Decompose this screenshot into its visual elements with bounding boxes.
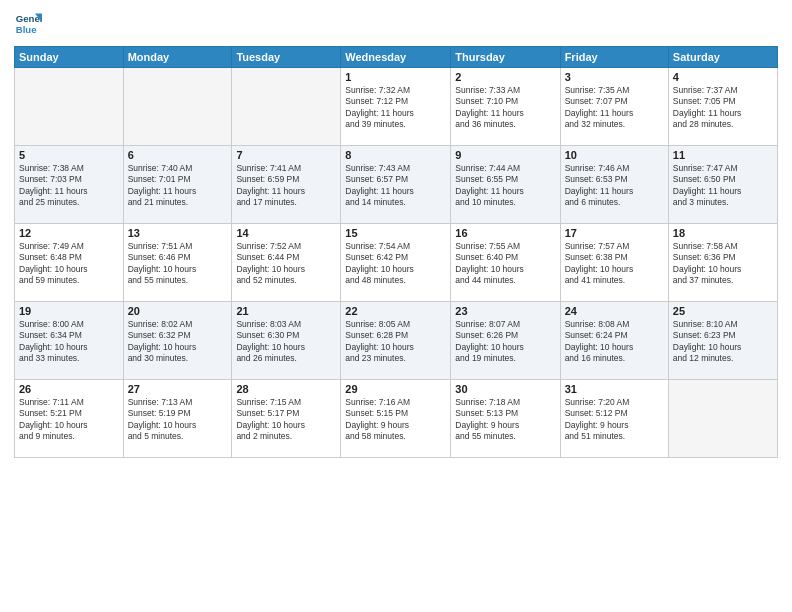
table-row: 3Sunrise: 7:35 AM Sunset: 7:07 PM Daylig… (560, 68, 668, 146)
table-row: 14Sunrise: 7:52 AM Sunset: 6:44 PM Dayli… (232, 224, 341, 302)
day-number: 12 (19, 227, 119, 239)
day-number: 2 (455, 71, 555, 83)
day-info: Sunrise: 7:49 AM Sunset: 6:48 PM Dayligh… (19, 241, 119, 287)
day-info: Sunrise: 7:43 AM Sunset: 6:57 PM Dayligh… (345, 163, 446, 209)
day-info: Sunrise: 7:18 AM Sunset: 5:13 PM Dayligh… (455, 397, 555, 443)
day-number: 17 (565, 227, 664, 239)
day-info: Sunrise: 8:03 AM Sunset: 6:30 PM Dayligh… (236, 319, 336, 365)
day-info: Sunrise: 8:10 AM Sunset: 6:23 PM Dayligh… (673, 319, 773, 365)
day-info: Sunrise: 7:41 AM Sunset: 6:59 PM Dayligh… (236, 163, 336, 209)
day-number: 5 (19, 149, 119, 161)
table-row: 28Sunrise: 7:15 AM Sunset: 5:17 PM Dayli… (232, 380, 341, 458)
table-row (232, 68, 341, 146)
day-number: 24 (565, 305, 664, 317)
day-number: 4 (673, 71, 773, 83)
day-number: 26 (19, 383, 119, 395)
header: General Blue (14, 10, 778, 38)
day-info: Sunrise: 7:58 AM Sunset: 6:36 PM Dayligh… (673, 241, 773, 287)
day-number: 16 (455, 227, 555, 239)
day-info: Sunrise: 8:00 AM Sunset: 6:34 PM Dayligh… (19, 319, 119, 365)
table-row: 19Sunrise: 8:00 AM Sunset: 6:34 PM Dayli… (15, 302, 124, 380)
table-row: 18Sunrise: 7:58 AM Sunset: 6:36 PM Dayli… (668, 224, 777, 302)
table-row: 29Sunrise: 7:16 AM Sunset: 5:15 PM Dayli… (341, 380, 451, 458)
day-number: 10 (565, 149, 664, 161)
day-info: Sunrise: 7:44 AM Sunset: 6:55 PM Dayligh… (455, 163, 555, 209)
day-number: 19 (19, 305, 119, 317)
day-info: Sunrise: 7:38 AM Sunset: 7:03 PM Dayligh… (19, 163, 119, 209)
day-number: 1 (345, 71, 446, 83)
col-header-sunday: Sunday (15, 47, 124, 68)
table-row (15, 68, 124, 146)
table-row: 4Sunrise: 7:37 AM Sunset: 7:05 PM Daylig… (668, 68, 777, 146)
day-info: Sunrise: 7:51 AM Sunset: 6:46 PM Dayligh… (128, 241, 228, 287)
day-info: Sunrise: 7:15 AM Sunset: 5:17 PM Dayligh… (236, 397, 336, 443)
table-row: 31Sunrise: 7:20 AM Sunset: 5:12 PM Dayli… (560, 380, 668, 458)
day-info: Sunrise: 8:07 AM Sunset: 6:26 PM Dayligh… (455, 319, 555, 365)
day-info: Sunrise: 7:40 AM Sunset: 7:01 PM Dayligh… (128, 163, 228, 209)
day-number: 22 (345, 305, 446, 317)
day-info: Sunrise: 7:47 AM Sunset: 6:50 PM Dayligh… (673, 163, 773, 209)
table-row: 20Sunrise: 8:02 AM Sunset: 6:32 PM Dayli… (123, 302, 232, 380)
col-header-thursday: Thursday (451, 47, 560, 68)
day-number: 11 (673, 149, 773, 161)
day-info: Sunrise: 7:54 AM Sunset: 6:42 PM Dayligh… (345, 241, 446, 287)
day-number: 14 (236, 227, 336, 239)
day-info: Sunrise: 7:32 AM Sunset: 7:12 PM Dayligh… (345, 85, 446, 131)
day-info: Sunrise: 7:13 AM Sunset: 5:19 PM Dayligh… (128, 397, 228, 443)
col-header-friday: Friday (560, 47, 668, 68)
day-info: Sunrise: 7:16 AM Sunset: 5:15 PM Dayligh… (345, 397, 446, 443)
day-number: 3 (565, 71, 664, 83)
table-row (123, 68, 232, 146)
page: General Blue SundayMondayTuesdayWednesda… (0, 0, 792, 612)
day-number: 15 (345, 227, 446, 239)
day-info: Sunrise: 7:35 AM Sunset: 7:07 PM Dayligh… (565, 85, 664, 131)
table-row: 15Sunrise: 7:54 AM Sunset: 6:42 PM Dayli… (341, 224, 451, 302)
day-number: 13 (128, 227, 228, 239)
day-number: 9 (455, 149, 555, 161)
day-info: Sunrise: 8:02 AM Sunset: 6:32 PM Dayligh… (128, 319, 228, 365)
logo: General Blue (14, 10, 46, 38)
day-info: Sunrise: 8:08 AM Sunset: 6:24 PM Dayligh… (565, 319, 664, 365)
col-header-wednesday: Wednesday (341, 47, 451, 68)
day-info: Sunrise: 7:20 AM Sunset: 5:12 PM Dayligh… (565, 397, 664, 443)
day-number: 21 (236, 305, 336, 317)
table-row: 5Sunrise: 7:38 AM Sunset: 7:03 PM Daylig… (15, 146, 124, 224)
day-number: 30 (455, 383, 555, 395)
day-info: Sunrise: 7:37 AM Sunset: 7:05 PM Dayligh… (673, 85, 773, 131)
table-row: 17Sunrise: 7:57 AM Sunset: 6:38 PM Dayli… (560, 224, 668, 302)
col-header-tuesday: Tuesday (232, 47, 341, 68)
table-row: 21Sunrise: 8:03 AM Sunset: 6:30 PM Dayli… (232, 302, 341, 380)
day-number: 31 (565, 383, 664, 395)
day-number: 20 (128, 305, 228, 317)
day-number: 29 (345, 383, 446, 395)
day-info: Sunrise: 8:05 AM Sunset: 6:28 PM Dayligh… (345, 319, 446, 365)
table-row: 2Sunrise: 7:33 AM Sunset: 7:10 PM Daylig… (451, 68, 560, 146)
day-info: Sunrise: 7:57 AM Sunset: 6:38 PM Dayligh… (565, 241, 664, 287)
day-number: 6 (128, 149, 228, 161)
day-info: Sunrise: 7:52 AM Sunset: 6:44 PM Dayligh… (236, 241, 336, 287)
table-row: 27Sunrise: 7:13 AM Sunset: 5:19 PM Dayli… (123, 380, 232, 458)
table-row: 22Sunrise: 8:05 AM Sunset: 6:28 PM Dayli… (341, 302, 451, 380)
table-row: 8Sunrise: 7:43 AM Sunset: 6:57 PM Daylig… (341, 146, 451, 224)
table-row: 25Sunrise: 8:10 AM Sunset: 6:23 PM Dayli… (668, 302, 777, 380)
table-row: 1Sunrise: 7:32 AM Sunset: 7:12 PM Daylig… (341, 68, 451, 146)
logo-icon: General Blue (14, 10, 42, 38)
table-row: 11Sunrise: 7:47 AM Sunset: 6:50 PM Dayli… (668, 146, 777, 224)
day-info: Sunrise: 7:11 AM Sunset: 5:21 PM Dayligh… (19, 397, 119, 443)
day-number: 27 (128, 383, 228, 395)
day-number: 7 (236, 149, 336, 161)
day-info: Sunrise: 7:33 AM Sunset: 7:10 PM Dayligh… (455, 85, 555, 131)
day-info: Sunrise: 7:55 AM Sunset: 6:40 PM Dayligh… (455, 241, 555, 287)
table-row: 23Sunrise: 8:07 AM Sunset: 6:26 PM Dayli… (451, 302, 560, 380)
col-header-monday: Monday (123, 47, 232, 68)
table-row: 6Sunrise: 7:40 AM Sunset: 7:01 PM Daylig… (123, 146, 232, 224)
table-row: 30Sunrise: 7:18 AM Sunset: 5:13 PM Dayli… (451, 380, 560, 458)
day-number: 25 (673, 305, 773, 317)
svg-text:Blue: Blue (16, 24, 37, 35)
day-number: 23 (455, 305, 555, 317)
table-row: 13Sunrise: 7:51 AM Sunset: 6:46 PM Dayli… (123, 224, 232, 302)
table-row: 24Sunrise: 8:08 AM Sunset: 6:24 PM Dayli… (560, 302, 668, 380)
col-header-saturday: Saturday (668, 47, 777, 68)
day-number: 18 (673, 227, 773, 239)
table-row (668, 380, 777, 458)
